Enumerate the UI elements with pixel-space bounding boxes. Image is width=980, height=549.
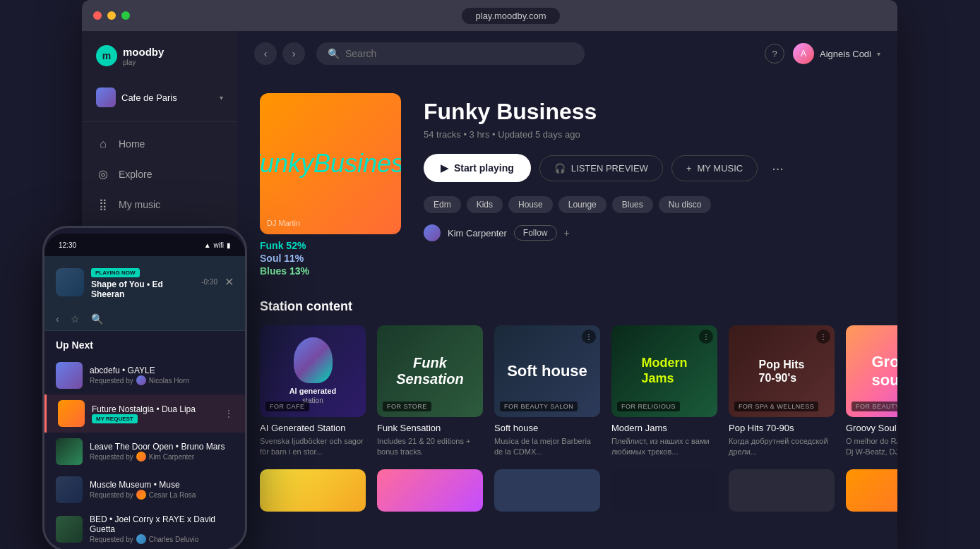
queue-thumb (56, 476, 83, 503)
card-pop-hits[interactable]: Pop Hits70-90's FOR SPA & WELLNESS ⋮ Pop… (729, 325, 835, 458)
playlist-meta: 54 tracks • 3 hrs • Updated 5 days ago (424, 129, 875, 140)
help-button[interactable]: ? (765, 44, 784, 64)
maximize-dot[interactable] (121, 11, 130, 20)
card-modern-jams[interactable]: ModernJams FOR RELIGIOUS ⋮ Modern Jams П… (611, 325, 717, 458)
card-ai-thumb: AI generated station FOR CAFE (260, 325, 366, 417)
close-player-button[interactable]: ✕ (225, 275, 234, 289)
forward-button[interactable]: › (282, 42, 305, 65)
my-request-badge: MY REQUEST (92, 414, 138, 423)
start-playing-button[interactable]: ▶ Start playing (424, 154, 531, 182)
playing-badge: PLAYING NOW (91, 268, 140, 277)
search-bar[interactable]: 🔍 Search (316, 42, 585, 65)
logo-text: moodby play (123, 46, 164, 66)
phone-back-button[interactable]: ‹ (56, 313, 59, 325)
genre-tag-blues[interactable]: Blues (612, 196, 653, 213)
bottom-card-1[interactable] (260, 469, 366, 512)
curator-name: Kim Carpenter (448, 228, 507, 239)
card-label: FOR CAFE (265, 402, 309, 411)
card-label: FOR STORE (383, 402, 431, 411)
card-soft-house[interactable]: Soft house FOR BEAUTY SALON ⋮ Soft house… (494, 325, 600, 458)
bottom-cards-row (237, 458, 897, 512)
venue-chevron-icon: ▾ (220, 94, 223, 102)
phone-status-bar: 12:30 ▲ wifi ▮ (44, 234, 245, 256)
card-name: Pop Hits 70-90s (729, 423, 835, 433)
genre-percents: Funk 52% Soul 11% Blues 13% (260, 240, 401, 277)
sidebar-item-home[interactable]: ⌂ Home (82, 129, 237, 159)
card-desc: Когда добрутней соседской дрели... (729, 436, 835, 458)
search-phone-icon[interactable]: 🔍 (91, 313, 103, 325)
queue-track-sub: Requested by Cesar La Rosa (90, 490, 234, 500)
battery-icon: ▮ (227, 241, 231, 249)
venue-selector[interactable]: Cafe de Paris ▾ (82, 80, 237, 122)
user-menu-button[interactable]: A Aigneis Codi ▾ (793, 43, 880, 64)
card-ai-station[interactable]: AI generated station FOR CAFE AI Generat… (260, 325, 366, 458)
bottom-card-3[interactable] (494, 469, 600, 512)
plus-icon: + (686, 163, 692, 174)
close-dot[interactable] (93, 11, 102, 20)
queue-item: BED • Joel Corry x RAYE x David Guetta R… (44, 509, 245, 549)
card-funk-thumb: FunkSensation FOR STORE (377, 325, 483, 417)
queue-track-title: abcdefu • GAYLE (90, 366, 234, 375)
bottom-card-5[interactable] (729, 469, 835, 512)
sidebar-item-explore[interactable]: ◎ Explore (82, 159, 237, 189)
genre-tag-kids[interactable]: Kids (467, 196, 503, 213)
queue-thumb (56, 516, 83, 543)
minimize-dot[interactable] (107, 11, 116, 20)
venue-name: Cafe de Paris (121, 92, 177, 103)
card-groovy-thumb: Groovysoul FOR BEAUTY SALON (846, 325, 897, 417)
genre-tag-lounge[interactable]: Lounge (558, 196, 606, 213)
phone-now-playing: PLAYING NOW Shape of You • Ed Sheeran -0… (44, 256, 245, 308)
add-to-my-music-button[interactable]: + MY MUSIC (671, 155, 758, 181)
queue-item-highlighted: Future Nostalgia • Dua Lipa MY REQUEST ⋮ (44, 394, 245, 433)
card-label: FOR RELIGIOUS (617, 402, 680, 411)
card-label: FOR BEAUTY SALON (851, 402, 897, 411)
queue-item: abcdefu • GAYLE Requested by Nicolas Hor… (44, 356, 245, 394)
sidebar-item-my-music[interactable]: ⣿ My music (82, 189, 237, 219)
sidebar-item-label: Home (119, 138, 145, 150)
queue-thumb (56, 362, 83, 389)
requester-avatar (136, 534, 146, 544)
queue-item-more-button[interactable]: ⋮ (224, 408, 234, 419)
queue-track-title: BED • Joel Corry x RAYE x David Guetta (90, 514, 234, 534)
star-icon[interactable]: ☆ (71, 313, 80, 325)
listen-preview-button[interactable]: 🎧 LISTEN PREVIEW (539, 155, 663, 181)
station-content-section: Station content AI generated station (237, 299, 897, 512)
follow-button[interactable]: Follow (514, 225, 557, 241)
search-icon: 🔍 (328, 48, 340, 59)
card-name: Modern Jams (611, 423, 717, 433)
card-groovy-soul[interactable]: Groovysoul FOR BEAUTY SALON Groovy Soul … (846, 325, 897, 458)
card-options-icon[interactable]: ⋮ (582, 330, 596, 344)
genre-tag-edm[interactable]: Edm (424, 196, 461, 213)
headphone-icon: 🎧 (554, 163, 566, 174)
bottom-card-4[interactable] (611, 469, 717, 512)
back-button[interactable]: ‹ (254, 42, 277, 65)
card-desc: Svenska ljudböcker och sagor för barn i … (260, 436, 366, 458)
card-funk-sensation[interactable]: FunkSensation FOR STORE Funk Sensation I… (377, 325, 483, 458)
queue-item: Muscle Museum • Muse Requested by Cesar … (44, 471, 245, 509)
queue-item: Leave The Door Open • Bruno Mars Request… (44, 433, 245, 471)
genre-tag-house[interactable]: House (508, 196, 553, 213)
topbar-nav: ‹ › (254, 42, 305, 65)
genre-funk: Funk 52% (260, 240, 401, 251)
logo: m moodby play (82, 45, 237, 80)
cover-text-business: Business (313, 150, 401, 178)
playlist-actions: ▶ Start playing 🎧 LISTEN PREVIEW + MY MU… (424, 154, 875, 182)
curator-plus-icon[interactable]: + (564, 227, 570, 239)
phone-nav-bar: ‹ ☆ 🔍 (44, 308, 245, 331)
genre-tag-nudisco[interactable]: Nu disco (659, 196, 712, 213)
bottom-card-6[interactable] (846, 469, 897, 512)
playlist-hero-left: Funky Business DJ Martin Funk 52% Soul 1… (260, 93, 401, 277)
card-options-icon[interactable]: ⋮ (816, 330, 830, 344)
section-title: Station content (237, 299, 897, 325)
queue-item-info: abcdefu • GAYLE Requested by Nicolas Hor… (90, 366, 234, 385)
card-options-icon[interactable]: ⋮ (699, 330, 713, 344)
home-icon: ⌂ (96, 138, 110, 150)
bottom-card-2[interactable] (377, 469, 483, 512)
queue-track-title: Muscle Museum • Muse (90, 480, 234, 490)
wifi-icon: wifi (214, 241, 224, 249)
more-options-button[interactable]: ··· (766, 157, 789, 179)
card-desc: O melhor do RAVE FUNK com Dj W-Beatz, DJ… (846, 436, 897, 458)
queue-thumb (56, 438, 83, 465)
browser-titlebar: play.moodby.com (82, 0, 897, 31)
url-text: play.moodby.com (462, 8, 561, 24)
